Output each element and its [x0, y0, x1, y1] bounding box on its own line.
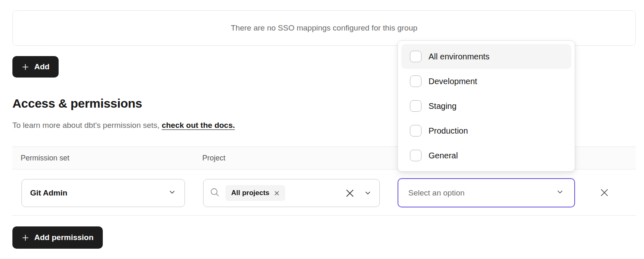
docs-link[interactable]: check out the docs.: [162, 121, 235, 130]
checkbox-all-environments[interactable]: [410, 51, 421, 62]
column-header-permission-set: Permission set: [21, 147, 69, 169]
project-multiselect[interactable]: All projects: [203, 179, 380, 207]
permission-set-select[interactable]: Git Admin: [21, 179, 185, 207]
section-subtitle: To learn more about dbt's permission set…: [12, 121, 235, 130]
option-label: All environments: [429, 52, 490, 61]
checkbox-development[interactable]: [410, 75, 421, 87]
chevron-down-icon: [168, 188, 176, 198]
remove-permission-row-button[interactable]: [597, 186, 611, 200]
dropdown-option-general[interactable]: General: [401, 143, 571, 168]
environment-select-placeholder: Select an option: [408, 188, 556, 198]
x-remove-icon: [599, 187, 610, 200]
checkbox-general[interactable]: [410, 150, 421, 161]
add-permission-button[interactable]: Add permission: [12, 226, 103, 249]
permission-set-value: Git Admin: [30, 188, 168, 198]
plus-icon: [21, 234, 29, 242]
project-tag-remove-icon[interactable]: [274, 191, 279, 196]
option-label: Production: [429, 126, 468, 136]
add-sso-mapping-button[interactable]: Add: [12, 56, 59, 78]
project-clear-icon[interactable]: [343, 186, 357, 200]
checkbox-staging[interactable]: [410, 100, 421, 112]
chevron-down-icon: [556, 188, 564, 198]
plus-icon: [21, 63, 29, 71]
subtitle-text: To learn more about dbt's permission set…: [12, 121, 162, 130]
chevron-down-icon: [362, 187, 374, 199]
option-label: Development: [429, 77, 477, 86]
page-title: Access & permissions: [12, 97, 142, 111]
project-tag[interactable]: All projects: [225, 185, 285, 201]
option-label: General: [429, 151, 458, 160]
sso-empty-message: There are no SSO mappings configured for…: [231, 24, 417, 33]
dropdown-option-development[interactable]: Development: [401, 69, 571, 94]
add-button-label: Add: [34, 62, 50, 71]
dropdown-option-production[interactable]: Production: [401, 118, 571, 143]
project-tag-label: All projects: [231, 189, 270, 197]
search-icon: [209, 187, 220, 200]
dropdown-option-staging[interactable]: Staging: [401, 94, 571, 118]
environment-dropdown-menu: All environments Development Staging Pro…: [398, 40, 575, 172]
dropdown-option-all-environments[interactable]: All environments: [401, 44, 571, 69]
environment-select[interactable]: Select an option: [398, 178, 575, 207]
checkbox-production[interactable]: [410, 125, 421, 137]
column-header-project: Project: [202, 147, 225, 169]
option-label: Staging: [429, 101, 457, 111]
group-settings-page: There are no SSO mappings configured for…: [0, 0, 644, 259]
add-permission-button-label: Add permission: [34, 233, 94, 242]
